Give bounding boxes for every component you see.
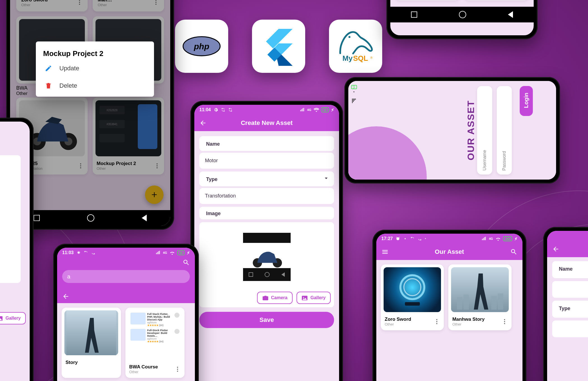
phone-create-asset: 11:04 4G 50 ⚡︎ Create New Asset bbox=[190, 101, 343, 381]
artwork-placeholder-icon bbox=[384, 267, 441, 312]
field-label-image: Image bbox=[205, 211, 328, 218]
tech-logo-php: php bbox=[175, 20, 228, 73]
battery-icon: 50 bbox=[351, 85, 357, 89]
type-value: Transfortation bbox=[205, 193, 328, 199]
status-bar: 17:27 · 4G 100 ⚡︎ bbox=[376, 234, 522, 244]
svg-text:My: My bbox=[342, 54, 353, 62]
svg-rect-25 bbox=[491, 296, 497, 310]
more-icon[interactable] bbox=[434, 319, 440, 324]
wifi-icon bbox=[169, 250, 175, 255]
phone-edge-left: Gallery bbox=[0, 118, 34, 381]
appbar bbox=[547, 241, 588, 257]
appbar: Create New Asset bbox=[194, 115, 339, 131]
wifi-icon bbox=[314, 108, 319, 112]
chevron-down-icon[interactable] bbox=[323, 175, 330, 182]
back-icon[interactable] bbox=[552, 245, 559, 253]
username-field[interactable]: Username bbox=[477, 86, 492, 175]
asset-card[interactable]: Story bbox=[62, 308, 121, 378]
dialog-action-delete[interactable]: Delete bbox=[43, 77, 147, 94]
svg-rect-26 bbox=[498, 293, 503, 310]
svg-text:®: ® bbox=[370, 56, 373, 59]
status-bar: 11:04 4G 50 ⚡︎ bbox=[194, 105, 339, 115]
image-icon bbox=[0, 315, 3, 321]
gallery-button[interactable]: Gallery bbox=[0, 312, 26, 324]
canvas: php My SQL ® bbox=[0, 0, 588, 381]
phone-top-right-partial: Mio 125 Transfortation Mockup bbox=[386, 0, 538, 39]
asset-card[interactable]: Full Stack Flutter, PHP, MySQL: Build Di… bbox=[125, 308, 185, 378]
dialog-action-label: Delete bbox=[59, 82, 77, 89]
pencil-icon bbox=[45, 65, 52, 72]
svg-point-19 bbox=[405, 238, 406, 239]
type-field[interactable] bbox=[552, 320, 588, 337]
svg-text:SQL: SQL bbox=[353, 54, 368, 62]
sync-icon bbox=[221, 108, 225, 112]
more-icon[interactable] bbox=[174, 367, 181, 372]
nav-home-icon[interactable] bbox=[87, 214, 94, 222]
asset-card[interactable]: Zoro Sword Other bbox=[381, 264, 444, 330]
asset-actions-dialog: Mockup Project 2 Update Delete bbox=[36, 41, 154, 97]
phone-right-narrow: Name Type bbox=[543, 227, 588, 381]
phone-home-main: 17:27 · 4G 100 ⚡︎ bbox=[372, 230, 526, 381]
camera-icon bbox=[262, 295, 268, 301]
svg-point-7 bbox=[349, 36, 351, 38]
sync-icon bbox=[228, 108, 233, 112]
back-icon[interactable] bbox=[62, 293, 69, 300]
asset-title: Story bbox=[66, 360, 78, 365]
dialog-action-label: Update bbox=[59, 65, 79, 72]
nav-recent-icon[interactable] bbox=[411, 11, 417, 18]
field-label-type: Type bbox=[558, 306, 588, 313]
sync-icon bbox=[417, 236, 422, 241]
svg-point-21 bbox=[404, 279, 421, 296]
nav-home-icon[interactable] bbox=[459, 11, 466, 18]
search-input[interactable]: a bbox=[62, 270, 190, 283]
asset-title: Zoro Sword bbox=[385, 317, 411, 322]
modal-scrim[interactable] bbox=[10, 0, 170, 226]
name-field[interactable] bbox=[552, 281, 588, 298]
field-label-name: Name bbox=[205, 141, 328, 148]
nav-back-icon[interactable] bbox=[508, 11, 513, 18]
gallery-button[interactable]: Gallery bbox=[297, 292, 331, 304]
asset-title: Manhwa Story bbox=[452, 317, 484, 322]
phone-search: 11:03 4G 50 ⚡︎ a bbox=[53, 244, 199, 381]
menu-icon[interactable] bbox=[381, 248, 389, 255]
more-icon[interactable] bbox=[501, 319, 508, 324]
android-navbar[interactable] bbox=[390, 7, 534, 22]
svg-text:php: php bbox=[194, 42, 209, 51]
tech-logo-flutter bbox=[252, 20, 305, 73]
password-field[interactable]: Password bbox=[497, 86, 512, 175]
nav-back-icon[interactable] bbox=[142, 215, 147, 221]
sync-icon bbox=[410, 236, 415, 241]
artwork-placeholder-icon bbox=[64, 310, 118, 355]
signal-icon bbox=[482, 237, 487, 241]
svg-rect-24 bbox=[463, 295, 469, 310]
gear-icon bbox=[76, 250, 81, 255]
gear-icon bbox=[214, 108, 218, 112]
search-icon[interactable] bbox=[510, 248, 517, 255]
type-field[interactable]: Transfortation bbox=[199, 188, 334, 204]
asset-card[interactable]: Manhwa Story Other bbox=[448, 264, 511, 330]
signal-icon bbox=[300, 108, 305, 112]
appbar-title: Create New Asset bbox=[241, 119, 293, 127]
camera-button[interactable]: Camera bbox=[257, 292, 293, 304]
trash-icon bbox=[45, 82, 52, 89]
search-icon[interactable] bbox=[183, 259, 190, 266]
asset-type: Other bbox=[452, 322, 484, 326]
svg-rect-23 bbox=[457, 297, 463, 310]
save-button[interactable]: Save bbox=[199, 312, 334, 328]
login-title: OUR ASSET bbox=[465, 100, 476, 160]
name-value: Motor bbox=[205, 158, 328, 164]
android-navbar[interactable] bbox=[10, 210, 170, 226]
name-field[interactable]: Motor bbox=[199, 153, 334, 169]
field-label-type: Type bbox=[205, 176, 328, 183]
motorbike-icon bbox=[246, 243, 288, 268]
nav-recent-icon[interactable] bbox=[34, 215, 40, 221]
login-button[interactable]: Login bbox=[520, 86, 533, 116]
dialog-action-update[interactable]: Update bbox=[43, 60, 147, 77]
search-query: a bbox=[67, 273, 70, 280]
status-bar bbox=[547, 231, 588, 241]
gear-icon bbox=[403, 236, 407, 241]
back-icon[interactable] bbox=[199, 119, 207, 127]
appbar-title: Our Asset bbox=[435, 248, 464, 255]
signal-icon bbox=[352, 98, 356, 103]
appbar: Our Asset bbox=[376, 244, 522, 260]
